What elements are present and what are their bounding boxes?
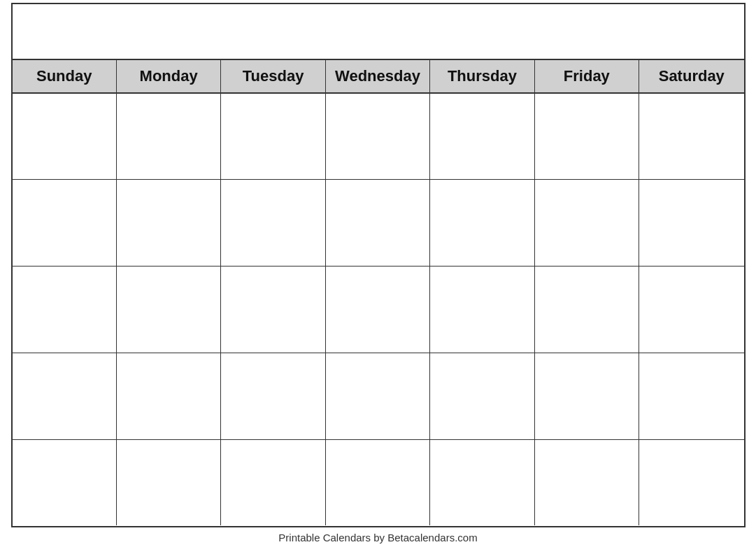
day-cell (221, 94, 325, 180)
week-row (13, 353, 744, 440)
day-cell (639, 267, 743, 353)
day-cell (326, 94, 430, 180)
day-header: Wednesday (326, 60, 430, 92)
day-header: Tuesday (221, 60, 325, 92)
day-cell (430, 440, 534, 526)
day-cell (639, 353, 743, 439)
calendar-title (13, 4, 744, 60)
day-cell (13, 353, 117, 439)
calendar-grid: SundayMondayTuesdayWednesdayThursdayFrid… (13, 60, 744, 526)
day-cell (430, 353, 534, 439)
day-cell (535, 94, 639, 180)
day-header: Friday (535, 60, 639, 92)
day-cell (326, 267, 430, 353)
day-cell (639, 180, 743, 266)
day-cell (117, 353, 221, 439)
day-cell (117, 94, 221, 180)
day-cell (326, 440, 430, 526)
day-cell (430, 94, 534, 180)
day-cell (221, 353, 325, 439)
day-cell (117, 267, 221, 353)
day-cell (326, 180, 430, 266)
day-cell (117, 180, 221, 266)
week-row (13, 440, 744, 526)
day-cell (535, 440, 639, 526)
week-row (13, 180, 744, 267)
day-headers-row: SundayMondayTuesdayWednesdayThursdayFrid… (13, 60, 744, 94)
day-cell (639, 440, 743, 526)
day-cell (13, 180, 117, 266)
day-cell (430, 180, 534, 266)
day-cell (535, 180, 639, 266)
day-cell (535, 267, 639, 353)
day-header: Thursday (430, 60, 534, 92)
day-cell (117, 440, 221, 526)
day-cell (13, 440, 117, 526)
day-header: Saturday (639, 60, 743, 92)
day-header: Monday (117, 60, 221, 92)
day-cell (639, 94, 743, 180)
day-cell (430, 267, 534, 353)
day-cell (535, 353, 639, 439)
day-cell (13, 94, 117, 180)
week-row (13, 267, 744, 353)
day-cell (221, 180, 325, 266)
calendar-footer: Printable Calendars by Betacalendars.com (278, 527, 477, 545)
weeks-container (13, 94, 744, 526)
day-header: Sunday (13, 60, 117, 92)
calendar: SundayMondayTuesdayWednesdayThursdayFrid… (11, 3, 746, 527)
week-row (13, 94, 744, 180)
day-cell (221, 440, 325, 526)
day-cell (13, 267, 117, 353)
day-cell (326, 353, 430, 439)
day-cell (221, 267, 325, 353)
